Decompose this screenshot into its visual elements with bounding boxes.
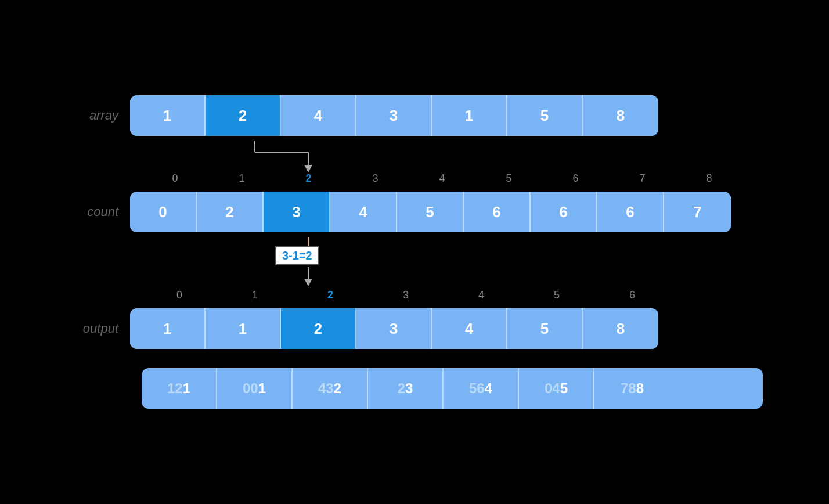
output-label: output	[66, 321, 130, 336]
output-index-1: 1	[217, 289, 293, 304]
count-index-6: 6	[542, 172, 609, 187]
count-index-1: 1	[208, 172, 275, 187]
equation-area: 3-1=2	[142, 237, 763, 289]
bottom-cell-0: 121	[142, 368, 217, 409]
array-cell-1: 2	[206, 95, 281, 136]
count-index-3: 3	[342, 172, 409, 187]
bottom-cell-1: 001	[217, 368, 293, 409]
count-cell-3: 4	[330, 192, 397, 232]
count-cell-0: 0	[130, 192, 197, 232]
array-cell-4: 1	[432, 95, 507, 136]
output-cell-1: 1	[206, 308, 281, 349]
count-cell-4: 5	[397, 192, 464, 232]
count-index-2: 2	[275, 172, 342, 187]
equation-box: 3-1=2	[275, 246, 319, 265]
equation-text: 3-1=2	[282, 249, 312, 262]
count-index-4: 4	[409, 172, 475, 187]
output-index-2: 2	[293, 289, 368, 304]
output-index-0: 0	[142, 289, 217, 304]
diagram: array 1243158 012345678 count 023456667	[66, 95, 763, 409]
array-cell-6: 8	[583, 95, 658, 136]
array-cell-5: 5	[507, 95, 583, 136]
output-cell-6: 8	[583, 308, 658, 349]
count-cell-7: 6	[597, 192, 664, 232]
array-cell-2: 4	[281, 95, 356, 136]
bottom-cell-4: 564	[444, 368, 519, 409]
count-cell-5: 6	[464, 192, 531, 232]
bottom-row: 12100143223564045788	[142, 368, 763, 409]
output-cell-0: 1	[130, 308, 206, 349]
bottom-cell-2: 432	[293, 368, 368, 409]
output-cell-5: 5	[507, 308, 583, 349]
count-cell-1: 2	[197, 192, 264, 232]
bottom-cell-6: 788	[594, 368, 670, 409]
count-label: count	[66, 204, 130, 219]
array-cell-0: 1	[130, 95, 206, 136]
bracket-arrow-area	[142, 141, 763, 172]
count-index-0: 0	[142, 172, 208, 187]
count-cell-8: 7	[664, 192, 731, 232]
output-row: 1123458	[130, 308, 658, 349]
output-cell-4: 4	[432, 308, 507, 349]
equation-arrow-svg	[142, 237, 374, 289]
output-index-5: 5	[519, 289, 594, 304]
output-index-4: 4	[444, 289, 519, 304]
array-row: 1243158	[130, 95, 658, 136]
array-label: array	[66, 108, 130, 123]
bracket-arrow-svg	[142, 141, 374, 172]
count-row: 023456667	[130, 192, 731, 232]
svg-marker-3	[304, 165, 312, 172]
count-index-row: 012345678	[142, 172, 763, 187]
count-index-7: 7	[609, 172, 676, 187]
count-index-5: 5	[475, 172, 542, 187]
output-cell-3: 3	[356, 308, 432, 349]
bottom-cell-3: 23	[368, 368, 444, 409]
output-index-row: 0123456	[142, 289, 763, 304]
output-index-3: 3	[368, 289, 444, 304]
output-section: output 1123458	[66, 308, 763, 349]
array-section: array 1243158	[66, 95, 763, 136]
output-cell-2: 2	[281, 308, 356, 349]
count-section: count 023456667	[66, 192, 763, 232]
count-index-8: 8	[676, 172, 743, 187]
count-cell-2: 3	[264, 192, 330, 232]
array-cell-3: 3	[356, 95, 432, 136]
bottom-cell-5: 045	[519, 368, 594, 409]
svg-marker-6	[304, 279, 312, 286]
count-cell-6: 6	[531, 192, 597, 232]
output-index-6: 6	[594, 289, 670, 304]
